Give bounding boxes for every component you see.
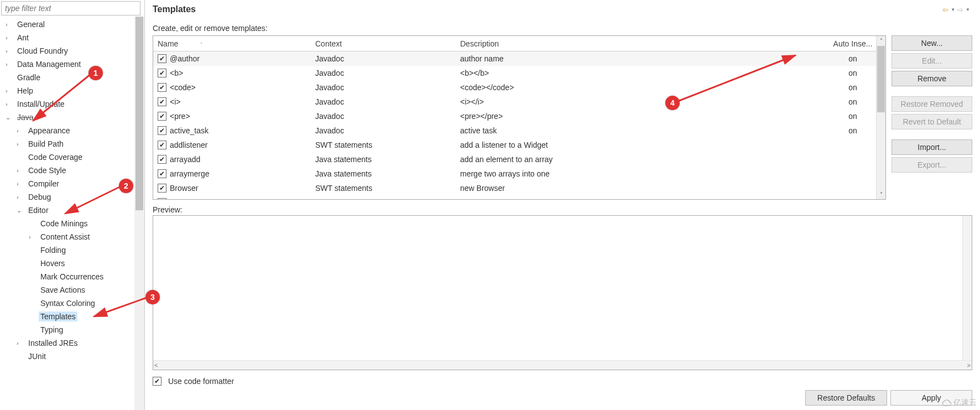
- tree-item-label: Content Assist: [39, 232, 92, 242]
- row-context: Java statements: [311, 153, 456, 165]
- chevron-right-icon[interactable]: ›: [29, 233, 39, 240]
- column-name[interactable]: Name˅: [153, 38, 311, 50]
- chevron-down-icon[interactable]: ⌄: [6, 114, 15, 121]
- row-checkbox[interactable]: ✔: [158, 184, 166, 193]
- chevron-right-icon[interactable]: ›: [17, 340, 27, 346]
- row-context: Javadoc: [311, 124, 456, 137]
- tree-item-label: JUnit: [27, 351, 48, 361]
- row-checkbox[interactable]: ✔: [158, 83, 166, 92]
- tree-item-label: General: [15, 19, 46, 29]
- restore-removed-button[interactable]: Restore Removed: [892, 96, 972, 112]
- tree-item-content-assist[interactable]: ›Content Assist: [0, 230, 144, 243]
- table-row[interactable]: ✔active_taskJavadocactive taskon: [153, 123, 885, 138]
- row-checkbox[interactable]: ✔: [158, 97, 166, 106]
- table-row[interactable]: ✔arraymergeJava statementsmerge two arra…: [153, 167, 885, 181]
- column-description[interactable]: Description: [456, 38, 820, 50]
- restore-defaults-button[interactable]: Restore Defaults: [805, 390, 887, 406]
- filter-input[interactable]: [1, 1, 140, 15]
- chevron-right-icon[interactable]: ›: [17, 180, 27, 187]
- table-row[interactable]: ✔<b>Javadoc<b></b>on: [153, 66, 885, 80]
- tree-item-label: Code Minings: [39, 219, 90, 229]
- chevron-right-icon[interactable]: ›: [6, 48, 15, 54]
- watermark: 亿速云: [940, 398, 977, 408]
- tree-item-hovers[interactable]: Hovers: [0, 257, 144, 270]
- tree-item-data-management[interactable]: ›Data Management: [0, 58, 144, 71]
- tree-item-appearance[interactable]: ›Appearance: [0, 124, 144, 137]
- tree-item-cloud-foundry[interactable]: ›Cloud Foundry: [0, 44, 144, 58]
- tree-item-label: Appearance: [27, 126, 72, 136]
- row-checkbox[interactable]: ✔: [158, 126, 166, 135]
- row-checkbox[interactable]: ✔: [158, 155, 166, 164]
- row-context: SWT statements: [311, 139, 456, 151]
- row-checkbox[interactable]: ✔: [158, 112, 166, 121]
- tree-item-junit[interactable]: JUnit: [0, 350, 144, 363]
- table-row[interactable]: ✔<code>Javadoc<code></code>on: [153, 80, 885, 95]
- chevron-right-icon[interactable]: ›: [6, 87, 15, 94]
- column-context[interactable]: Context: [311, 38, 456, 50]
- import-button[interactable]: Import...: [892, 139, 972, 155]
- tree-item-folding[interactable]: Folding: [0, 243, 144, 257]
- annotation-marker-3: 3: [145, 290, 160, 304]
- preview-vscroll[interactable]: [962, 216, 972, 360]
- tree-item-templates[interactable]: Templates: [0, 310, 144, 323]
- table-row[interactable]: ✔arrayaddJava statementsadd an element t…: [153, 152, 885, 167]
- export-button[interactable]: Export...: [892, 157, 972, 173]
- annotation-marker-2: 2: [119, 179, 133, 193]
- row-name: Button: [170, 198, 192, 199]
- nav-history[interactable]: ⇦▼ ⇨▼: [942, 6, 970, 14]
- tree-item-code-style[interactable]: ›Code Style: [0, 164, 144, 177]
- table-row[interactable]: ✔<i>Javadoc<i></i>on: [153, 95, 885, 109]
- tree-item-help[interactable]: ›Help: [0, 84, 144, 97]
- tree-item-code-coverage[interactable]: Code Coverage: [0, 150, 144, 164]
- templates-subtitle: Create, edit or remove templates:: [153, 24, 972, 33]
- tree-scrollbar[interactable]: [134, 17, 144, 410]
- preview-hscroll[interactable]: <>: [153, 360, 972, 370]
- tree-item-label: Typing: [39, 325, 65, 335]
- tree-item-typing[interactable]: Typing: [0, 323, 144, 336]
- row-checkbox[interactable]: ✔: [158, 198, 166, 199]
- row-checkbox[interactable]: ✔: [158, 169, 166, 178]
- use-formatter-checkbox[interactable]: ✔: [153, 377, 161, 386]
- tree-item-general[interactable]: ›General: [0, 18, 144, 31]
- tree-item-code-minings[interactable]: Code Minings: [0, 217, 144, 230]
- chevron-right-icon[interactable]: ›: [17, 141, 27, 147]
- chevron-right-icon[interactable]: ›: [17, 167, 27, 174]
- tree-item-mark-occurrences[interactable]: Mark Occurrences: [0, 270, 144, 283]
- table-scrollbar[interactable]: ˄ ˅: [876, 36, 885, 199]
- chevron-right-icon[interactable]: ›: [17, 127, 27, 134]
- tree-item-syntax-coloring[interactable]: Syntax Coloring: [0, 297, 144, 310]
- tree-item-build-path[interactable]: ›Build Path: [0, 137, 144, 150]
- revert-default-button[interactable]: Revert to Default: [892, 114, 972, 129]
- templates-table[interactable]: Name˅ Context Description Auto Inse... ✔…: [153, 35, 886, 200]
- preferences-tree-panel: ›General›Ant›Cloud Foundry›Data Manageme…: [0, 0, 145, 410]
- remove-button[interactable]: Remove: [892, 71, 972, 86]
- back-arrow-icon[interactable]: ⇦: [942, 6, 948, 14]
- preview-area: <>: [153, 215, 972, 370]
- tree-item-ant[interactable]: ›Ant: [0, 31, 144, 44]
- tree-item-editor[interactable]: ⌄Editor: [0, 204, 144, 217]
- tree-item-save-actions[interactable]: Save Actions: [0, 283, 144, 297]
- row-checkbox[interactable]: ✔: [158, 69, 166, 77]
- chevron-right-icon[interactable]: ›: [6, 101, 15, 107]
- chevron-down-icon[interactable]: ⌄: [17, 207, 27, 214]
- forward-arrow-icon[interactable]: ⇨: [957, 6, 963, 14]
- chevron-right-icon[interactable]: ›: [17, 194, 27, 200]
- table-row[interactable]: ✔<pre>Javadoc<pre></pre>on: [153, 109, 885, 123]
- tree-item-installed-jres[interactable]: ›Installed JREs: [0, 336, 144, 350]
- chevron-right-icon[interactable]: ›: [6, 21, 15, 28]
- tree-item-java[interactable]: ⌄Java: [0, 111, 144, 124]
- row-checkbox[interactable]: ✔: [158, 54, 166, 63]
- row-name: <i>: [170, 97, 180, 106]
- new-button[interactable]: New...: [892, 35, 972, 51]
- chevron-right-icon[interactable]: ›: [6, 34, 15, 41]
- table-row[interactable]: ✔ButtonSWT statementsnew Button: [153, 195, 885, 199]
- table-row[interactable]: ✔@authorJavadocauthor nameon: [153, 51, 885, 66]
- table-row[interactable]: ✔addlistenerSWT statementsadd a listener…: [153, 138, 885, 152]
- table-row[interactable]: ✔BrowserSWT statementsnew Browser: [153, 181, 885, 195]
- preferences-tree[interactable]: ›General›Ant›Cloud Foundry›Data Manageme…: [0, 17, 144, 410]
- tree-item-gradle[interactable]: Gradle: [0, 71, 144, 84]
- chevron-right-icon[interactable]: ›: [6, 61, 15, 68]
- tree-item-install-update[interactable]: ›Install/Update: [0, 97, 144, 111]
- row-checkbox[interactable]: ✔: [158, 141, 166, 149]
- edit-button[interactable]: Edit...: [892, 53, 972, 69]
